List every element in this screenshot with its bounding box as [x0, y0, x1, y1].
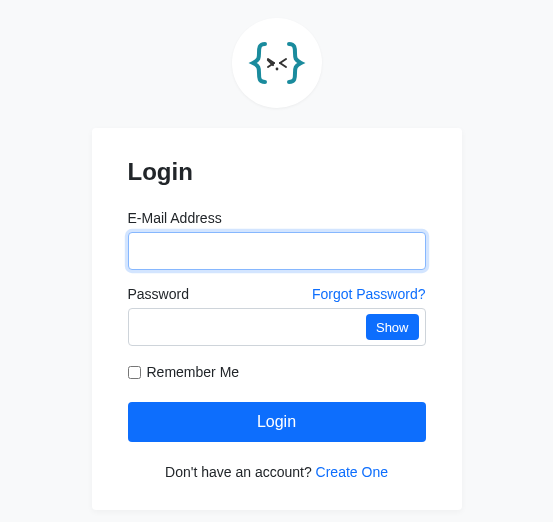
create-account-prompt: Don't have an account?: [165, 464, 316, 480]
password-group: Password Forgot Password? Show: [128, 286, 426, 346]
email-field[interactable]: [128, 232, 426, 270]
email-group: E-Mail Address: [128, 210, 426, 270]
login-card: Login E-Mail Address Password Forgot Pas…: [92, 128, 462, 510]
create-account-link[interactable]: Create One: [316, 464, 388, 480]
page-title: Login: [128, 158, 426, 186]
password-field[interactable]: [129, 309, 366, 345]
remember-label: Remember Me: [147, 364, 240, 380]
forgot-password-link[interactable]: Forgot Password?: [312, 286, 426, 302]
show-password-button[interactable]: Show: [366, 314, 419, 340]
logo-area: [0, 0, 553, 108]
password-input-wrap: Show: [128, 308, 426, 346]
email-label: E-Mail Address: [128, 210, 222, 226]
create-account-row: Don't have an account? Create One: [128, 464, 426, 480]
remember-row: Remember Me: [128, 364, 426, 380]
password-label: Password: [128, 286, 189, 302]
logo-circle: [232, 18, 322, 108]
remember-checkbox[interactable]: [128, 366, 141, 379]
curly-braces-logo-icon: [247, 38, 307, 88]
svg-point-0: [275, 68, 278, 71]
login-button[interactable]: Login: [128, 402, 426, 442]
